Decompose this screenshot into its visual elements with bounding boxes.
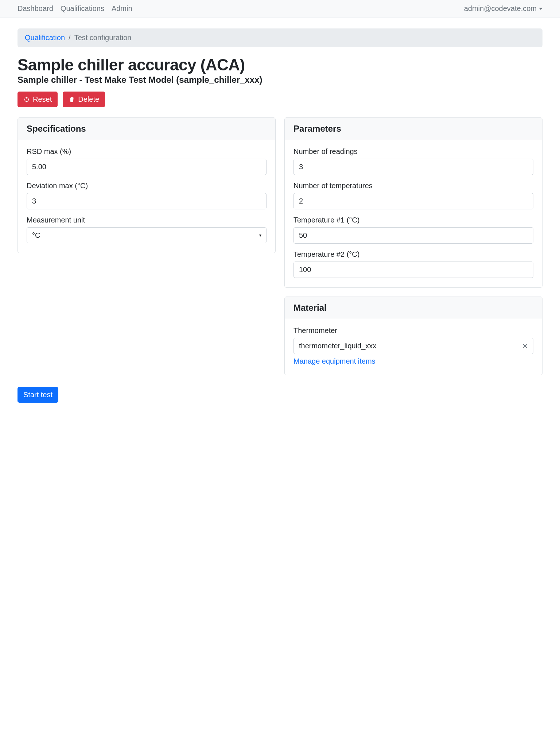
parameters-header: Parameters bbox=[285, 118, 542, 140]
page-title: Sample chiller accuracy (ACA) bbox=[18, 56, 542, 74]
readings-input[interactable] bbox=[293, 159, 533, 175]
specifications-header: Specifications bbox=[18, 118, 275, 140]
clear-thermometer-button[interactable]: ✕ bbox=[521, 340, 530, 352]
deviation-max-input[interactable] bbox=[27, 193, 267, 209]
temperature-2-input[interactable] bbox=[293, 262, 533, 278]
reset-button[interactable]: Reset bbox=[18, 92, 58, 107]
readings-label: Number of readings bbox=[293, 147, 533, 156]
delete-button[interactable]: Delete bbox=[63, 92, 105, 107]
delete-button-label: Delete bbox=[78, 95, 99, 104]
breadcrumb-separator: / bbox=[69, 34, 71, 42]
close-icon: ✕ bbox=[522, 342, 528, 350]
deviation-max-label: Deviation max (°C) bbox=[27, 182, 267, 190]
main-container: Qualification / Test configuration Sampl… bbox=[0, 18, 560, 414]
breadcrumb-current: Test configuration bbox=[74, 34, 132, 42]
page-subtitle: Sample chiller - Test Make Test Model (s… bbox=[18, 75, 542, 85]
manage-equipment-link[interactable]: Manage equipment items bbox=[293, 357, 376, 365]
material-panel: Material Thermometer ✕ Manage equipment … bbox=[284, 297, 542, 375]
nav-admin[interactable]: Admin bbox=[112, 4, 132, 13]
trash-icon bbox=[69, 96, 75, 103]
thermometer-input[interactable] bbox=[293, 338, 533, 354]
nav-user-label: admin@codevate.com bbox=[464, 4, 537, 13]
reset-button-label: Reset bbox=[33, 95, 52, 104]
start-test-button-label: Start test bbox=[23, 391, 52, 399]
specifications-panel: Specifications RSD max (%) Deviation max… bbox=[18, 117, 276, 253]
material-header: Material bbox=[285, 297, 542, 319]
temperatures-label: Number of temperatures bbox=[293, 182, 533, 190]
nav-user-dropdown[interactable]: admin@codevate.com bbox=[464, 4, 542, 13]
breadcrumb: Qualification / Test configuration bbox=[18, 28, 542, 47]
nav-left: Dashboard Qualifications Admin bbox=[18, 4, 132, 13]
nav-dashboard[interactable]: Dashboard bbox=[18, 4, 53, 13]
parameters-panel: Parameters Number of readings Number of … bbox=[284, 117, 542, 288]
measurement-unit-select[interactable]: °C bbox=[27, 227, 267, 243]
thermometer-label: Thermometer bbox=[293, 326, 533, 335]
temperature-2-label: Temperature #2 (°C) bbox=[293, 250, 533, 259]
reset-icon bbox=[23, 96, 30, 103]
measurement-unit-label: Measurement unit bbox=[27, 216, 267, 224]
rsd-max-label: RSD max (%) bbox=[27, 147, 267, 156]
navbar: Dashboard Qualifications Admin admin@cod… bbox=[0, 0, 560, 18]
action-buttons: Reset Delete bbox=[18, 92, 542, 107]
nav-qualifications[interactable]: Qualifications bbox=[61, 4, 104, 13]
temperatures-input[interactable] bbox=[293, 193, 533, 209]
start-test-button[interactable]: Start test bbox=[18, 387, 58, 403]
temperature-1-input[interactable] bbox=[293, 227, 533, 244]
breadcrumb-link-qualification[interactable]: Qualification bbox=[25, 34, 65, 42]
temperature-1-label: Temperature #1 (°C) bbox=[293, 216, 533, 224]
caret-down-icon bbox=[539, 8, 542, 10]
rsd-max-input[interactable] bbox=[27, 159, 267, 175]
